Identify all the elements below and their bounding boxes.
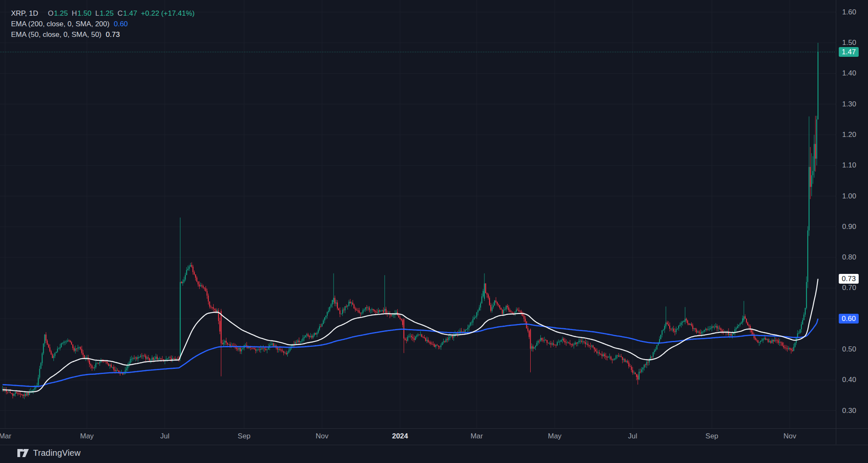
ema50-value: 0.73 <box>106 31 120 39</box>
time-axis[interactable]: MarMayJulSepNov2024MarMayJulSepNov <box>0 428 868 445</box>
legend-ema200-row[interactable]: EMA (200, close, 0, SMA, 200)0.60 <box>11 19 195 29</box>
time-tick-Jul: Jul <box>628 432 637 441</box>
price-tick: 1.20 <box>842 131 856 139</box>
price-tick: 1.50 <box>842 39 856 47</box>
price-tick: 1.30 <box>842 100 856 109</box>
time-tick-Nov: Nov <box>316 432 328 441</box>
chart-canvas[interactable] <box>0 0 868 463</box>
price-badge-0.60: 0.60 <box>839 314 859 324</box>
ema200-label: EMA (200, close, 0, SMA, 200) <box>11 20 109 28</box>
time-tick-Sep: Sep <box>706 432 718 441</box>
low-value: 1.25 <box>100 9 114 17</box>
time-tick-Mar: Mar <box>470 432 483 441</box>
close-label: C <box>117 9 122 17</box>
time-tick-2024: 2024 <box>392 432 408 441</box>
time-tick-Jul: Jul <box>160 432 170 441</box>
time-tick-Nov: Nov <box>784 432 796 441</box>
legend-ema50-row[interactable]: EMA (50, close, 0, SMA, 50)0.73 <box>11 30 195 40</box>
time-tick-May: May <box>80 432 94 441</box>
tradingview-logo-icon <box>17 448 29 458</box>
legend: XRP, 1DO1.25H1.50L1.25C1.47+0.22 (+17.41… <box>11 8 195 40</box>
legend-symbol-row[interactable]: XRP, 1DO1.25H1.50L1.25C1.47+0.22 (+17.41… <box>11 8 195 19</box>
price-tick: 0.40 <box>842 376 856 384</box>
price-badge-0.73: 0.73 <box>839 274 859 284</box>
price-tick: 1.60 <box>842 8 856 17</box>
open-value: 1.25 <box>54 9 68 17</box>
price-tick: 0.30 <box>842 407 856 415</box>
change-value: +0.22 (+17.41%) <box>141 9 195 17</box>
price-axis[interactable]: 1.601.501.401.301.201.101.000.900.800.70… <box>836 0 868 444</box>
time-tick-May: May <box>548 432 562 441</box>
price-tick: 1.00 <box>842 192 856 201</box>
symbol-title: XRP, 1D <box>11 9 38 17</box>
time-tick-Mar: Mar <box>0 432 11 441</box>
ema50-label: EMA (50, close, 0, SMA, 50) <box>11 31 102 39</box>
low-label: L <box>95 9 99 17</box>
time-tick-Sep: Sep <box>238 432 250 441</box>
price-tick: 0.70 <box>842 284 856 292</box>
trading-chart-app: XRP, 1DO1.25H1.50L1.25C1.47+0.22 (+17.41… <box>0 0 868 463</box>
close-value: 1.47 <box>123 9 137 17</box>
price-badge-1.47: 1.47 <box>839 47 859 57</box>
price-tick: 1.10 <box>842 161 856 170</box>
price-tick: 1.40 <box>842 69 856 78</box>
open-label: O <box>48 9 53 17</box>
ema200-value: 0.60 <box>114 20 128 28</box>
high-value: 1.50 <box>78 9 92 17</box>
tradingview-attribution-text: TradingView <box>33 448 81 458</box>
price-tick: 0.90 <box>842 223 856 231</box>
tradingview-attribution[interactable]: TradingView <box>17 448 81 458</box>
high-label: H <box>72 9 77 17</box>
price-tick: 0.50 <box>842 345 856 354</box>
price-tick: 0.80 <box>842 253 856 262</box>
